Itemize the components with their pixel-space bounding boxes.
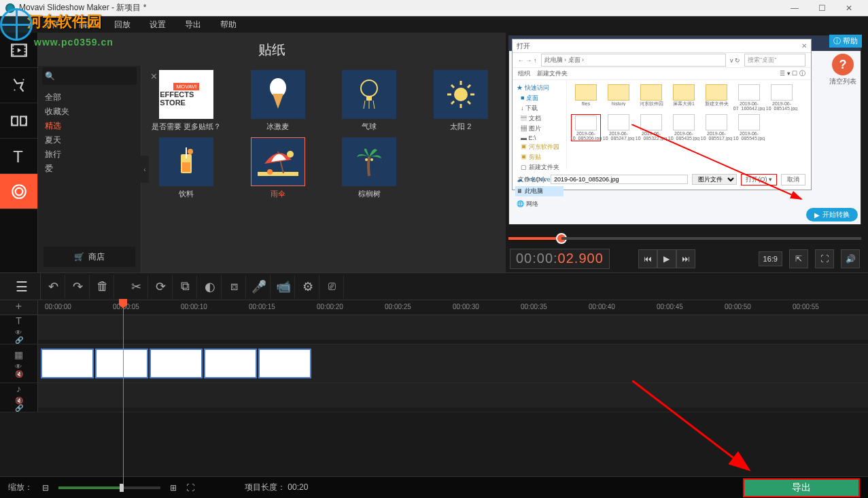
svg-point-11 [22,79,24,80]
dialog-file-item[interactable]: history [604,84,633,111]
redo-button[interactable]: ↷ [67,275,90,298]
clip-5[interactable] [258,349,311,378]
menu-edit[interactable]: 编辑 [69,19,105,31]
rail-filters[interactable] [0,68,37,103]
timeline: ☰ ↶ ↷ 🗑 ✂ ⟳ ⧉ ◐ ⧈ 🎤 📹 ⚙ ⎚ + 00:00:0000:0… [0,272,868,476]
dialog-file-item[interactable]: 2019-06-10_085435.jpg [669,114,699,141]
menu-playback[interactable]: 回放 [105,19,140,31]
export-button[interactable]: 导出 [743,478,860,497]
clip-3[interactable] [150,349,203,378]
dialog-file-item[interactable]: 新建文件夹 [701,84,731,111]
cat-featured[interactable]: 精选 [45,119,134,133]
clip-props-button[interactable]: ⚙ [296,275,319,298]
rail-titles[interactable]: T [0,139,37,174]
aspect-ratio[interactable]: 16:9 [759,251,782,266]
svg-point-45 [365,158,368,161]
dialog-file-item[interactable]: 2019-06-10_085322.jpg [636,114,666,141]
clip-1[interactable] [41,349,94,378]
clip-4[interactable] [204,349,257,378]
menu-export[interactable]: 导出 [175,19,211,31]
sticker-drink[interactable]: 饮料 [147,137,226,199]
dialog-path[interactable]: 此电脑 › 桌面 › [541,54,726,67]
play-button[interactable]: ▶ [657,249,676,268]
dialog-file-item[interactable]: 2019-06-07_160642.jpg [734,84,764,111]
question-badge[interactable]: ? [832,54,854,75]
dialog-file-item[interactable]: 2019-06-10_085247.jpg [604,114,633,141]
rail-stickers[interactable] [0,174,37,209]
cat-love[interactable]: 爱 [45,162,134,176]
svg-text:T: T [13,147,23,165]
collapse-toggle[interactable]: ‹ [141,156,149,183]
svg-point-16 [24,117,26,118]
rail-media[interactable] [0,33,37,68]
rotate-button[interactable]: ⟳ [150,275,173,298]
dialog-file-item[interactable]: 2019-06-10_085545.jpg [734,114,764,141]
record-video-button[interactable]: 📹 [272,275,295,298]
dialog-open-button[interactable]: 打开(O) ▾ [741,174,777,185]
detach-button[interactable]: ⇱ [789,249,808,268]
timeline-ruler[interactable]: + 00:00:0000:00:0500:00:1000:00:1500:00:… [0,300,868,315]
cat-travel[interactable]: 旅行 [45,147,134,162]
dialog-newfolder[interactable]: 新建文件夹 [537,69,568,78]
cut-button[interactable]: ✂ [125,275,148,298]
dialog-file-item[interactable]: 2019-06-10_085517.jpg [701,114,731,141]
record-audio-button[interactable]: 🎤 [247,275,271,298]
fit-icon[interactable]: ⛶ [186,483,194,493]
dialog-close-icon[interactable]: ✕ [801,42,807,50]
search-clear-icon[interactable]: ✕ [149,71,159,82]
text-track-body[interactable] [38,315,868,340]
dialog-search[interactable]: 搜索"桌面" [744,54,805,67]
menu-help[interactable]: 帮助 [211,19,246,31]
sticker-balloon[interactable]: 气球 [330,70,409,132]
next-button[interactable]: ⏭ [676,249,695,268]
svg-line-35 [451,101,454,104]
zoom-in-icon[interactable]: ⊞ [170,483,177,493]
dialog-file-item[interactable]: 河东软件园 [636,84,666,111]
bottom-bar: 缩放： ⊟ ⊞ ⛶ 项目长度： 00:20 导出 [0,476,868,498]
video-track-body[interactable] [38,344,868,383]
dialog-organize[interactable]: 组织 [518,69,530,78]
dialog-cancel-button[interactable]: 取消 [781,174,805,185]
search-input[interactable] [55,72,149,80]
dialog-file-item[interactable]: 2019-06-10_085206.jpg [571,114,601,141]
cat-all[interactable]: 全部 [45,90,134,105]
scrub-handle[interactable] [556,233,567,244]
sticker-sun[interactable]: 太阳 2 [421,70,501,132]
undo-button[interactable]: ↶ [42,275,65,298]
start-convert-button[interactable]: ▶开始转换 [806,208,858,221]
playhead[interactable] [123,300,124,484]
sticker-umbrella[interactable]: 雨伞 [239,137,318,199]
audio-track-body[interactable] [38,383,868,408]
dialog-file-item[interactable]: 2019-06-10_085145.jpg [767,84,797,111]
menu-settings[interactable]: 设置 [140,19,175,31]
svg-marker-22 [273,94,283,109]
zoom-slider[interactable] [58,486,160,489]
cat-fav[interactable]: 收藏夹 [45,105,134,119]
sticker-icecream[interactable]: 冰激麦 [239,70,318,132]
scrub-bar[interactable] [508,232,861,245]
minimize-button[interactable]: — [781,1,808,15]
store-button[interactable]: 🛒 商店 [44,247,135,267]
delete-button[interactable]: 🗑 [91,275,114,298]
help-button[interactable]: ⓘ帮助 [829,35,862,48]
maximize-button[interactable]: ☐ [808,1,835,15]
dialog-filename-input[interactable] [551,175,688,184]
list-view-icon[interactable]: ☰ [16,279,28,295]
menu-file[interactable]: 文件 [34,19,69,31]
dialog-file-item[interactable]: 屏幕大师1 [669,84,699,111]
transition-wizard-button[interactable]: ⧈ [223,275,246,298]
zoom-out-icon[interactable]: ⊟ [42,483,49,493]
dialog-filter[interactable]: 图片文件 [692,174,737,185]
adjust-button[interactable]: ⎚ [321,275,344,298]
sticker-palm[interactable]: 棕榈树 [330,137,409,199]
volume-button[interactable]: 🔊 [841,249,860,268]
dialog-file-item[interactable]: files [571,84,601,111]
prev-button[interactable]: ⏮ [638,249,657,268]
crop-button[interactable]: ⧉ [174,275,197,298]
fullscreen-button[interactable]: ⛶ [815,249,834,268]
color-button[interactable]: ◐ [198,275,222,298]
cat-summer[interactable]: 夏天 [45,133,134,147]
close-button[interactable]: ✕ [835,1,863,15]
rail-transitions[interactable] [0,103,37,139]
clip-2[interactable] [95,349,148,378]
